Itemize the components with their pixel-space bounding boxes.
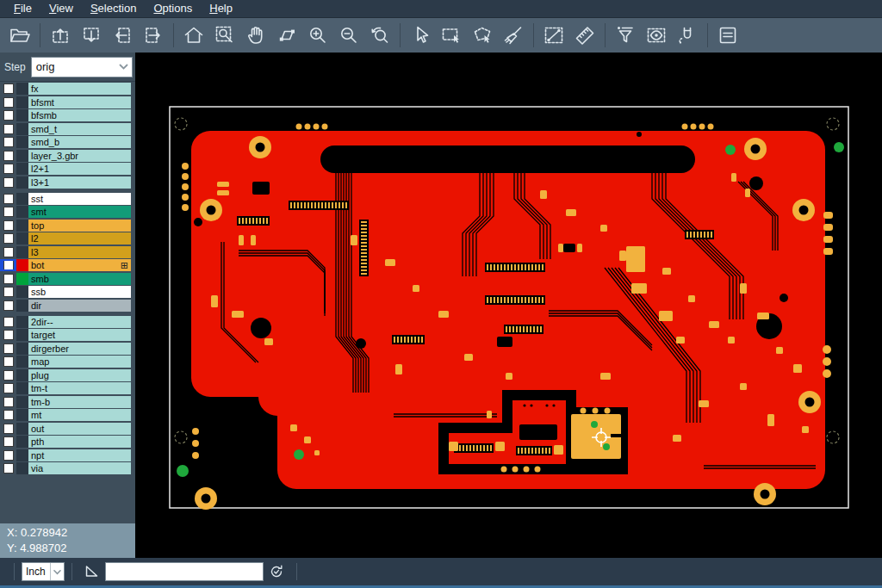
layer-row-smd_t[interactable]: smd_t (0, 123, 135, 135)
layer-checkbox-map[interactable] (3, 356, 14, 367)
toolbar-button-open-folder[interactable] (4, 21, 35, 50)
pcb-canvas[interactable] (135, 53, 882, 558)
layer-row-map[interactable]: map (0, 356, 135, 368)
layer-checkbox-mt[interactable] (3, 410, 14, 420)
layer-row-npt[interactable]: npt (0, 449, 135, 461)
toolbar-button-zoom-out[interactable] (333, 21, 364, 50)
menu-selection[interactable]: Selection (82, 1, 145, 16)
layer-checkbox-smd_b[interactable] (3, 137, 14, 147)
menu-options[interactable]: Options (145, 1, 201, 16)
layer-checkbox-top[interactable] (3, 220, 14, 231)
layer-row-dirgerber[interactable]: dirgerber (0, 343, 135, 355)
layer-checkbox-dir[interactable] (3, 300, 14, 311)
layer-checkbox-dirgerber[interactable] (3, 344, 14, 354)
layer-label[interactable]: smt (28, 206, 131, 218)
toolbar-button-clean-brush[interactable] (498, 21, 529, 50)
toolbar-button-pan-hand[interactable] (240, 21, 271, 50)
layer-label[interactable]: target (28, 329, 131, 341)
layer-label[interactable]: dir (28, 300, 131, 312)
layer-label[interactable]: fx (28, 83, 131, 95)
toolbar-button-layers-panel[interactable] (712, 21, 743, 50)
layer-checkbox-fx[interactable] (3, 84, 14, 94)
layer-row-l3[interactable]: l3 (0, 246, 135, 258)
toolbar-button-home[interactable] (178, 21, 209, 50)
layer-checkbox-pth[interactable] (3, 436, 14, 447)
toolbar-button-measure-distance[interactable] (538, 21, 569, 50)
layer-row-smt[interactable]: smt (0, 206, 135, 218)
toolbar-button-shift-up[interactable] (45, 21, 76, 50)
layer-label[interactable]: bot⊞ (28, 259, 131, 271)
layer-label[interactable]: top (28, 220, 131, 232)
layer-label[interactable]: dirgerber (28, 343, 131, 355)
menu-file[interactable]: File (5, 1, 40, 16)
layer-checkbox-via[interactable] (3, 463, 14, 473)
layer-checkbox-tm-b[interactable] (3, 397, 14, 407)
layer-checkbox-bfsmb[interactable] (3, 110, 14, 121)
layer-row-top[interactable]: top (0, 220, 135, 232)
layer-checkbox-tm-t[interactable] (3, 383, 14, 393)
menu-help[interactable]: Help (201, 1, 241, 16)
layer-row-bfsmb[interactable]: bfsmb (0, 109, 135, 121)
toolbar-button-snap[interactable] (672, 21, 703, 50)
layer-row-smd_b[interactable]: smd_b (0, 136, 135, 148)
layer-label[interactable]: l3+1 (28, 176, 131, 189)
layer-row-out[interactable]: out (0, 423, 135, 435)
layer-checkbox-2dir--[interactable] (3, 317, 14, 327)
layer-checkbox-l2+1[interactable] (3, 164, 14, 174)
layer-label[interactable]: npt (28, 449, 131, 461)
layer-checkbox-smb[interactable] (3, 274, 14, 284)
layer-checkbox-l3+1[interactable] (3, 177, 14, 188)
layer-checkbox-l3[interactable] (3, 247, 14, 257)
layer-label[interactable]: plug (28, 369, 131, 381)
layer-label[interactable]: bfsmt (28, 96, 131, 108)
layer-label[interactable]: bfsmb (28, 109, 131, 121)
step-combobox[interactable]: orig (31, 57, 133, 77)
layer-row-l3+1[interactable]: l3+1 (0, 176, 135, 189)
toolbar-button-zoom-undo[interactable] (364, 21, 395, 50)
angle-tool-icon[interactable] (81, 560, 103, 583)
layer-checkbox-smt[interactable] (3, 207, 14, 217)
layer-row-smb[interactable]: smb (0, 273, 135, 285)
layer-row-layer_3.gbr[interactable]: layer_3.gbr (0, 150, 135, 162)
layer-row-l2+1[interactable]: l2+1 (0, 163, 135, 175)
layer-label[interactable]: layer_3.gbr (28, 150, 131, 162)
layer-row-via[interactable]: via (0, 462, 135, 474)
refresh-check-button[interactable] (265, 560, 288, 583)
layer-checkbox-plug[interactable] (3, 370, 14, 381)
layer-label[interactable]: ssb (28, 286, 131, 298)
layer-row-tm-t[interactable]: tm-t (0, 382, 135, 394)
layer-row-2dir--[interactable]: 2dir-- (0, 316, 135, 328)
layer-checkbox-npt[interactable] (3, 450, 14, 461)
layer-checkbox-ssb[interactable] (3, 287, 14, 297)
layer-row-bot[interactable]: bot⊞ (0, 259, 135, 271)
layer-checkbox-bot[interactable] (3, 260, 14, 270)
layer-row-sst[interactable]: sst (0, 193, 135, 205)
toolbar-button-shift-right[interactable] (138, 21, 169, 50)
layer-label[interactable]: l3 (28, 246, 131, 258)
toolbar-button-zoom-area[interactable] (209, 21, 240, 50)
layer-label[interactable]: tm-t (28, 382, 131, 394)
layer-label[interactable]: pth (28, 436, 131, 448)
toolbar-button-shift-left[interactable] (107, 21, 138, 50)
menu-view[interactable]: View (40, 1, 82, 16)
layer-checkbox-bfsmt[interactable] (3, 97, 14, 108)
layer-label[interactable]: out (28, 423, 131, 435)
command-input[interactable] (105, 562, 264, 581)
toolbar-button-zoom-shape[interactable] (271, 21, 302, 50)
layer-checkbox-target[interactable] (3, 330, 14, 340)
layer-row-bfsmt[interactable]: bfsmt (0, 96, 135, 108)
toolbar-button-view-visibility[interactable] (641, 21, 672, 50)
layer-checkbox-smd_t[interactable] (3, 124, 14, 134)
layer-checkbox-l2[interactable] (3, 233, 14, 244)
toolbar-button-select-poly[interactable] (467, 21, 498, 50)
layer-row-fx[interactable]: fx (0, 83, 135, 95)
unit-combobox[interactable]: Inch (22, 562, 65, 581)
layer-row-mt[interactable]: mt (0, 409, 135, 421)
layer-label[interactable]: smb (28, 273, 131, 285)
layer-label[interactable]: smd_b (28, 136, 131, 148)
layer-label[interactable]: l2 (28, 232, 131, 244)
layer-row-l2[interactable]: l2 (0, 232, 135, 244)
layer-checkbox-sst[interactable] (3, 194, 14, 204)
toolbar-button-zoom-in[interactable] (302, 21, 333, 50)
toolbar-button-select-rect[interactable] (436, 21, 467, 50)
